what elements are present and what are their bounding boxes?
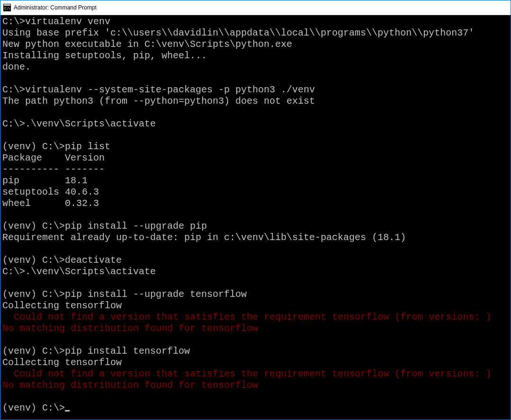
terminal-output-line: (venv) C:\>pip list [2, 141, 509, 152]
terminal-output-line: ---------- ------- [2, 164, 509, 175]
terminal-error-line: Could not find a version that satisfies … [2, 368, 509, 380]
terminal-output-line: Package Version [2, 152, 509, 164]
terminal-output-line: (venv) C:\>pip install --upgrade tensorf… [2, 289, 509, 300]
terminal-output-line [2, 209, 509, 221]
terminal-output-line [2, 130, 509, 141]
terminal-output-line [2, 277, 509, 289]
terminal-output-line: Collecting tensorflow [2, 300, 509, 312]
terminal-output-line: (venv) C:\>deactivate [2, 255, 509, 266]
terminal-output-line: Collecting tensorflow [2, 357, 509, 368]
terminal-output-line: wheel 0.32.3 [2, 198, 509, 209]
terminal-output-line: Using base prefix 'c:\\users\\davidlin\\… [2, 27, 509, 39]
terminal-output-line: pip 18.1 [2, 175, 509, 187]
cmd-icon: C:\ [3, 4, 11, 11]
terminal-output-line [2, 107, 509, 118]
terminal-output-line: Installing setuptools, pip, wheel... [2, 50, 509, 62]
terminal-output-line: The path python3 (from --python=python3)… [2, 96, 509, 107]
terminal-output-line [2, 334, 509, 346]
window-title: Administrator: Command Prompt [14, 4, 97, 11]
terminal-prompt: (venv) C:\> [2, 402, 65, 413]
terminal-output-line: C:\>virtualenv venv [2, 16, 509, 27]
terminal-output-line: C:\>.\venv\Scripts\activate [2, 266, 509, 277]
terminal-output-line: New python executable in C:\venv\Scripts… [2, 39, 509, 50]
titlebar[interactable]: C:\ Administrator: Command Prompt [0, 0, 511, 15]
terminal-prompt-line[interactable]: (venv) C:\> [2, 402, 509, 414]
terminal-output-line: (venv) C:\>pip install --upgrade pip [2, 221, 509, 232]
terminal-error-line: Could not find a version that satisfies … [2, 312, 509, 323]
svg-rect-1 [4, 4, 10, 6]
terminal-error-line: No matching distribution found for tenso… [2, 323, 509, 334]
terminal-output-line: done. [2, 62, 509, 73]
terminal-output-line: C:\>virtualenv --system-site-packages -p… [2, 84, 509, 96]
terminal-output-line [2, 243, 509, 255]
terminal-output-line: (venv) C:\>pip install tensorflow [2, 346, 509, 357]
svg-text:C:\: C:\ [4, 7, 10, 10]
terminal-output-area[interactable]: C:\>virtualenv venvUsing base prefix 'c:… [0, 15, 511, 420]
terminal-output-line: setuptools 40.6.3 [2, 187, 509, 198]
terminal-cursor [65, 410, 70, 411]
terminal-output-line: C:\>.\venv\Scripts\activate [2, 118, 509, 130]
terminal-error-line: No matching distribution found for tenso… [2, 380, 509, 391]
terminal-output-line: Requirement already up-to-date: pip in c… [2, 232, 509, 243]
terminal-output-line [2, 73, 509, 84]
terminal-output-line [2, 391, 509, 402]
